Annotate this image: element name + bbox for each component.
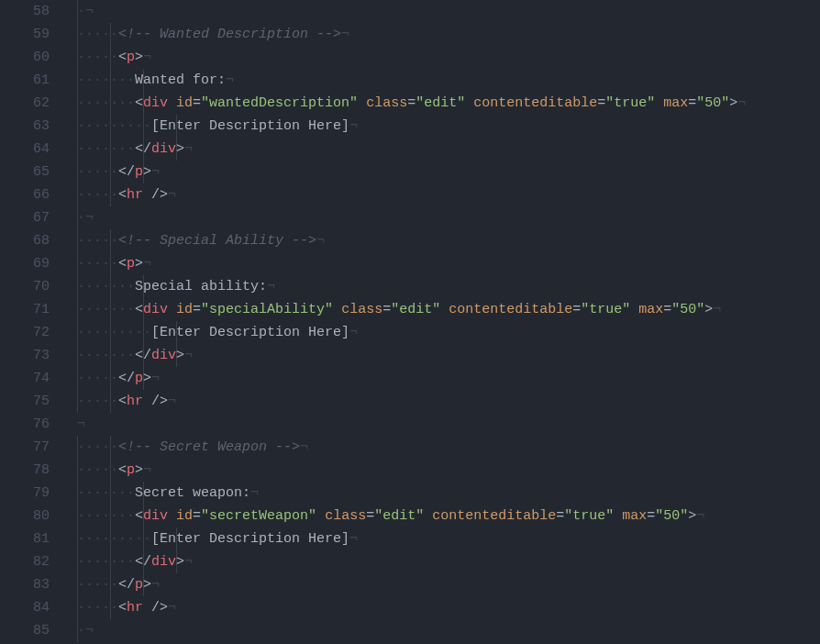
line-number: 61 (0, 69, 50, 92)
line-number: 60 (0, 46, 50, 69)
code-text: ·····<!-- Wanted Description -->¬ (77, 23, 349, 46)
end-of-line-glyph: ¬ (143, 50, 151, 65)
end-of-line-glyph: ¬ (184, 141, 193, 157)
code-editor[interactable]: 5859606162636465666768697071727374757677… (0, 0, 820, 644)
code-text: ·······</div>¬ (77, 550, 193, 573)
code-text: ·······Wanted for:¬ (77, 69, 234, 92)
code-line[interactable]: ·····<hr />¬ (77, 183, 820, 206)
line-number: 82 (0, 550, 50, 573)
end-of-line-glyph: ¬ (250, 485, 259, 501)
code-line[interactable]: ·········[Enter Description Here]¬ (77, 527, 820, 550)
end-of-line-glyph: ¬ (184, 348, 193, 363)
end-of-line-glyph: ¬ (184, 554, 193, 570)
code-line[interactable]: ¬ (77, 413, 820, 436)
code-line[interactable]: ·¬ (77, 619, 820, 642)
code-text: ·····<!-- Special Ability -->¬ (77, 229, 325, 252)
code-text: ·······Special ability:¬ (77, 275, 275, 298)
code-text: ·········[Enter Description Here]¬ (77, 321, 358, 344)
code-line[interactable]: ·····<p>¬ (77, 459, 820, 482)
end-of-line-glyph: ¬ (349, 118, 358, 134)
end-of-line-glyph: ¬ (168, 394, 176, 409)
end-of-line-glyph: ¬ (300, 439, 308, 455)
code-text: ·········[Enter Description Here]¬ (77, 527, 358, 550)
code-text: ·¬ (77, 206, 94, 229)
code-line[interactable]: ·····</p>¬ (77, 161, 820, 183)
end-of-line-glyph: ¬ (349, 531, 358, 547)
end-of-line-glyph: ¬ (696, 508, 704, 524)
code-text: ·······</div>¬ (77, 344, 193, 367)
line-number: 62 (0, 92, 50, 115)
line-number: 79 (0, 482, 50, 505)
line-number: 65 (0, 161, 50, 183)
code-line[interactable]: ·······Secret weapon:¬ (77, 482, 820, 505)
line-number: 73 (0, 344, 50, 367)
code-text: ·····<hr />¬ (77, 596, 176, 619)
code-text: ·¬ (77, 0, 94, 23)
code-line[interactable]: ·····<!-- Secret Weapon -->¬ (77, 436, 820, 459)
code-text: ·········[Enter Description Here]¬ (77, 115, 358, 138)
line-number: 63 (0, 115, 50, 138)
line-number: 80 (0, 505, 50, 527)
line-number: 66 (0, 183, 50, 206)
code-line[interactable]: ·······<div id="specialAbility" class="e… (77, 298, 820, 321)
code-line[interactable]: ·····<!-- Special Ability -->¬ (77, 229, 820, 252)
end-of-line-glyph: ¬ (85, 623, 94, 638)
end-of-line-glyph: ¬ (168, 187, 176, 203)
end-of-line-glyph: ¬ (85, 210, 94, 226)
code-text: ·····<p>¬ (77, 459, 151, 482)
code-line[interactable]: ·····<p>¬ (77, 46, 820, 69)
end-of-line-glyph: ¬ (77, 416, 85, 432)
code-text: ·¬ (77, 619, 94, 642)
end-of-line-glyph: ¬ (267, 279, 275, 294)
code-text: ·····<hr />¬ (77, 183, 176, 206)
end-of-line-glyph: ¬ (737, 95, 746, 111)
line-number: 76 (0, 413, 50, 436)
code-line[interactable]: ·······</div>¬ (77, 344, 820, 367)
code-line[interactable]: ·······Special ability:¬ (77, 275, 820, 298)
code-line[interactable]: ·······<div id="wantedDescription" class… (77, 92, 820, 115)
code-line[interactable]: ·····<p>¬ (77, 252, 820, 275)
code-text: ·····<!-- Secret Weapon -->¬ (77, 436, 308, 459)
end-of-line-glyph: ¬ (226, 72, 234, 88)
line-number: 71 (0, 298, 50, 321)
end-of-line-glyph: ¬ (713, 302, 721, 317)
code-text: ·····<p>¬ (77, 46, 151, 69)
code-text: ¬ (77, 413, 85, 436)
code-line[interactable]: ·········[Enter Description Here]¬ (77, 321, 820, 344)
code-line[interactable]: ·······</div>¬ (77, 138, 820, 161)
end-of-line-glyph: ¬ (143, 256, 151, 272)
code-line[interactable]: ·····</p>¬ (77, 573, 820, 596)
code-text: ·······Secret weapon:¬ (77, 482, 259, 505)
code-text: ·······<div id="wantedDescription" class… (77, 92, 746, 115)
code-text: ·····</p>¬ (77, 161, 160, 183)
code-text: ·····</p>¬ (77, 367, 160, 390)
end-of-line-glyph: ¬ (349, 325, 358, 340)
line-number: 69 (0, 252, 50, 275)
code-line[interactable]: ·¬ (77, 206, 820, 229)
code-text: ·······<div id="specialAbility" class="e… (77, 298, 721, 321)
code-line[interactable]: ·····</p>¬ (77, 367, 820, 390)
code-line[interactable]: ·····<hr />¬ (77, 596, 820, 619)
end-of-line-glyph: ¬ (151, 164, 160, 180)
end-of-line-glyph: ¬ (151, 371, 160, 386)
line-number: 68 (0, 229, 50, 252)
code-line[interactable]: ·······</div>¬ (77, 550, 820, 573)
code-text: ·······</div>¬ (77, 138, 193, 161)
line-number: 58 (0, 0, 50, 23)
end-of-line-glyph: ¬ (168, 600, 176, 616)
line-number: 64 (0, 138, 50, 161)
code-line[interactable]: ·····<hr />¬ (77, 390, 820, 413)
line-number: 85 (0, 619, 50, 642)
code-text: ·····<hr />¬ (77, 390, 176, 413)
code-text: ·····<p>¬ (77, 252, 151, 275)
code-line[interactable]: ·······<div id="secretWeapon" class="edi… (77, 505, 820, 527)
code-area[interactable]: ·¬·····<!-- Wanted Description -->¬·····… (77, 0, 820, 644)
code-line[interactable]: ·······Wanted for:¬ (77, 69, 820, 92)
end-of-line-glyph: ¬ (143, 462, 151, 478)
line-number: 81 (0, 527, 50, 550)
code-line[interactable]: ·¬ (77, 0, 820, 23)
fold-column (59, 0, 77, 644)
end-of-line-glyph: ¬ (151, 577, 160, 593)
code-line[interactable]: ·····<!-- Wanted Description -->¬ (77, 23, 820, 46)
code-line[interactable]: ·········[Enter Description Here]¬ (77, 115, 820, 138)
